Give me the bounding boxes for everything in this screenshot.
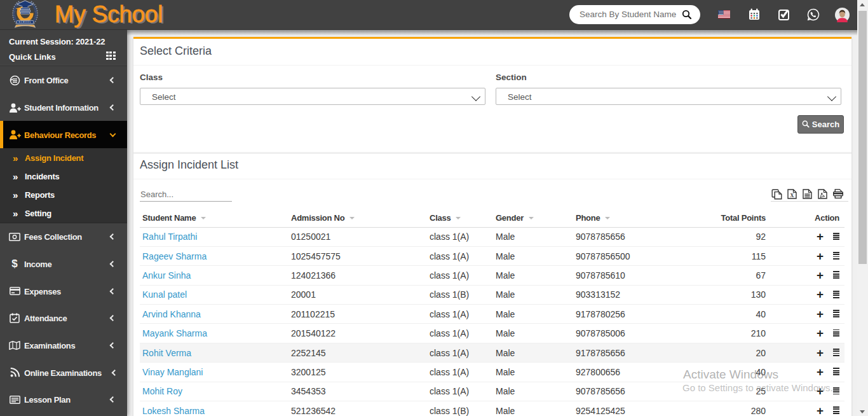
svg-text:X: X — [790, 193, 794, 198]
svg-text:SCHOOL: SCHOOL — [18, 21, 31, 24]
